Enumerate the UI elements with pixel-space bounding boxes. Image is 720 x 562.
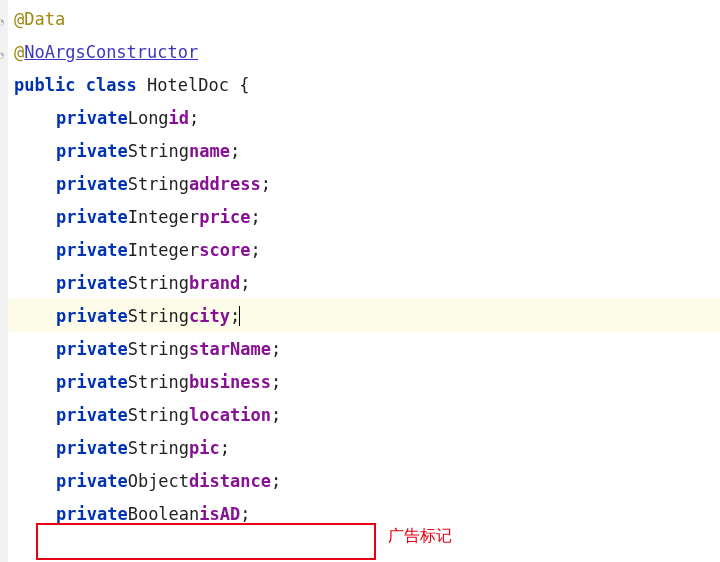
field-name: score (199, 233, 250, 267)
field-name: starName (189, 332, 271, 366)
keyword-class: class (86, 68, 137, 102)
keyword-private: private (56, 200, 128, 234)
semicolon: ; (271, 464, 281, 498)
field-type: String (128, 299, 189, 333)
field-name: location (189, 398, 271, 432)
annotation-line: ◔ @NoArgsConstructor (0, 35, 720, 68)
field-line: private Boolean isAD; (0, 497, 720, 530)
field-name: isAD (199, 497, 240, 531)
keyword-private: private (56, 398, 128, 432)
field-name: name (189, 134, 230, 168)
field-type: Boolean (128, 497, 200, 531)
keyword-private: private (56, 134, 128, 168)
field-line: private String city; (0, 299, 720, 332)
keyword-private: private (56, 497, 128, 531)
field-name: business (189, 365, 271, 399)
field-type: Object (128, 464, 189, 498)
keyword-private: private (56, 233, 128, 267)
brace-open: { (229, 68, 249, 102)
annotation-at: @ (14, 35, 24, 69)
semicolon: ; (251, 233, 261, 267)
field-type: String (128, 398, 189, 432)
code-editor[interactable]: ◔ @Data ◔ @NoArgsConstructor public clas… (0, 0, 720, 532)
field-type: String (128, 266, 189, 300)
field-type: Integer (128, 200, 200, 234)
semicolon: ; (271, 332, 281, 366)
keyword-private: private (56, 365, 128, 399)
field-name: distance (189, 464, 271, 498)
field-line: private Object distance; (0, 464, 720, 497)
field-name: pic (189, 431, 220, 465)
semicolon: ; (220, 431, 230, 465)
class-name: HotelDoc (147, 68, 229, 102)
semicolon: ; (240, 266, 250, 300)
field-type: String (128, 365, 189, 399)
class-decl-line: public class HotelDoc { (0, 68, 720, 101)
field-line: private String starName; (0, 332, 720, 365)
field-name: price (199, 200, 250, 234)
field-line: private String business; (0, 365, 720, 398)
annotation-line: ◔ @Data (0, 2, 720, 35)
field-type: String (128, 431, 189, 465)
text-cursor (239, 306, 240, 326)
field-name: address (189, 167, 261, 201)
field-line: private String brand; (0, 266, 720, 299)
semicolon: ; (261, 167, 271, 201)
keyword-private: private (56, 266, 128, 300)
annotation-noargs-link[interactable]: NoArgsConstructor (24, 35, 198, 69)
field-name: brand (189, 266, 240, 300)
shield-icon: ◔ (0, 12, 9, 25)
keyword-private: private (56, 464, 128, 498)
field-line: private String pic; (0, 431, 720, 464)
semicolon: ; (271, 398, 281, 432)
semicolon: ; (251, 200, 261, 234)
field-type: String (128, 167, 189, 201)
semicolon: ; (240, 497, 250, 531)
field-line: private String address; (0, 167, 720, 200)
semicolon: ; (230, 134, 240, 168)
field-line: private String location; (0, 398, 720, 431)
field-name: city (189, 299, 230, 333)
keyword-private: private (56, 332, 128, 366)
field-type: Long (128, 101, 169, 135)
field-type: String (128, 332, 189, 366)
field-line: private Integer price; (0, 200, 720, 233)
keyword-private: private (56, 299, 128, 333)
annotation-data: @Data (14, 2, 65, 36)
gutter (0, 0, 8, 562)
field-type: String (128, 134, 189, 168)
field-type: Integer (128, 233, 200, 267)
keyword-public: public (14, 68, 75, 102)
shield-icon: ◔ (0, 45, 9, 58)
keyword-private: private (56, 101, 128, 135)
callout-label: 广告标记 (388, 526, 452, 547)
semicolon: ; (189, 101, 199, 135)
keyword-private: private (56, 167, 128, 201)
field-line: private Integer score; (0, 233, 720, 266)
field-line: private Long id; (0, 101, 720, 134)
field-line: private String name; (0, 134, 720, 167)
field-name: id (169, 101, 189, 135)
keyword-private: private (56, 431, 128, 465)
semicolon: ; (271, 365, 281, 399)
